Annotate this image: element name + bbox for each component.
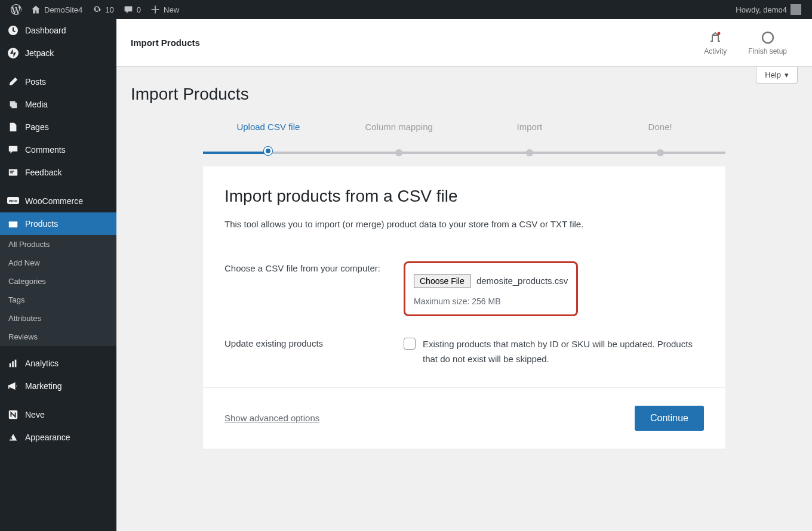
step-dot-icon xyxy=(526,149,533,156)
sidebar-item-label: Products xyxy=(25,219,58,229)
svg-rect-2 xyxy=(10,171,14,171)
submenu-attributes[interactable]: Attributes xyxy=(0,309,116,328)
user-greeting[interactable]: Howdy, demo4 xyxy=(731,0,806,19)
max-size-hint: Maximum size: 256 MB xyxy=(414,297,568,306)
greeting-text: Howdy, demo4 xyxy=(736,5,787,14)
dashboard-icon xyxy=(7,24,19,36)
card-title: Import products from a CSV file xyxy=(224,187,704,206)
svg-point-0 xyxy=(8,48,19,58)
activity-label: Activity xyxy=(704,47,727,55)
wordpress-icon xyxy=(11,4,21,15)
svg-point-12 xyxy=(718,32,721,35)
file-input-highlight: Choose File demosite_products.csv Maximu… xyxy=(404,261,578,316)
choose-file-button[interactable]: Choose File xyxy=(414,274,470,288)
new-content-link[interactable]: New xyxy=(146,0,184,19)
sidebar-item-label: WooCommerce xyxy=(25,196,83,206)
step-label: Upload CSV file xyxy=(203,122,334,146)
comments-icon xyxy=(124,5,133,14)
comments-link[interactable]: 0 xyxy=(119,0,146,19)
card-intro: This tool allows you to import (or merge… xyxy=(224,218,704,231)
sidebar-item-dashboard[interactable]: Dashboard xyxy=(0,19,116,42)
step-mapping: Column mapping xyxy=(334,122,465,146)
sidebar-item-woocommerce[interactable]: woo WooCommerce xyxy=(0,190,116,212)
admin-bar: DemoSite4 10 0 New Howdy, demo4 xyxy=(0,0,812,19)
caret-down-icon: ▾ xyxy=(785,70,789,79)
sidebar-item-marketing[interactable]: Marketing xyxy=(0,375,116,397)
step-dot-icon xyxy=(395,149,402,156)
sidebar-item-appearance[interactable]: Appearance xyxy=(0,426,116,449)
site-name: DemoSite4 xyxy=(44,5,82,14)
sidebar-item-label: Posts xyxy=(25,77,46,87)
step-dot-icon xyxy=(264,147,272,155)
step-label: Import xyxy=(465,122,595,146)
sidebar-item-label: Neve xyxy=(25,410,45,419)
analytics-icon xyxy=(7,357,19,369)
products-icon xyxy=(7,218,19,230)
sidebar-item-media[interactable]: Media xyxy=(0,93,116,116)
activity-icon xyxy=(708,30,722,45)
home-icon xyxy=(31,5,41,14)
svg-text:woo: woo xyxy=(8,199,17,203)
update-existing-label: Update existing products xyxy=(224,336,404,351)
step-label: Done! xyxy=(595,122,725,146)
svg-rect-7 xyxy=(9,221,17,223)
sidebar-item-label: Media xyxy=(25,100,48,109)
show-advanced-link[interactable]: Show advanced options xyxy=(224,413,319,423)
sidebar-item-label: Jetpack xyxy=(25,48,54,58)
svg-rect-3 xyxy=(10,172,13,173)
woocommerce-topbar: Import Products Activity Finish setup xyxy=(116,19,812,67)
step-import: Import xyxy=(465,122,595,146)
sidebar-item-label: Feedback xyxy=(25,168,61,177)
plus-icon xyxy=(150,5,160,14)
step-done: Done! xyxy=(595,122,725,146)
media-icon xyxy=(7,98,19,110)
finish-setup-button[interactable]: Finish setup xyxy=(737,30,798,55)
svg-rect-9 xyxy=(12,361,14,367)
pages-icon xyxy=(7,121,19,133)
avatar-icon xyxy=(791,4,801,15)
chosen-filename: demosite_products.csv xyxy=(476,276,568,286)
sidebar-item-label: Appearance xyxy=(25,433,70,442)
sidebar-item-comments[interactable]: Comments xyxy=(0,138,116,161)
sidebar-item-analytics[interactable]: Analytics xyxy=(0,352,116,375)
sidebar-item-posts[interactable]: Posts xyxy=(0,70,116,93)
sidebar-item-jetpack[interactable]: Jetpack xyxy=(0,42,116,64)
update-existing-description: Existing products that match by ID or SK… xyxy=(423,336,704,367)
sidebar-item-pages[interactable]: Pages xyxy=(0,116,116,138)
admin-sidebar: Dashboard Jetpack Posts Media Pages Comm… xyxy=(0,19,116,531)
woocommerce-icon: woo xyxy=(7,195,19,207)
update-existing-checkbox[interactable] xyxy=(404,338,416,350)
updates-link[interactable]: 10 xyxy=(87,0,118,19)
svg-rect-8 xyxy=(10,363,11,367)
submenu-tags[interactable]: Tags xyxy=(0,291,116,309)
updates-icon xyxy=(92,5,102,14)
submenu-all-products[interactable]: All Products xyxy=(0,235,116,254)
topbar-title: Import Products xyxy=(131,38,200,48)
step-dot-icon xyxy=(657,149,664,156)
continue-button[interactable]: Continue xyxy=(635,406,704,431)
sidebar-item-label: Comments xyxy=(25,145,66,155)
sidebar-item-neve[interactable]: Neve xyxy=(0,403,116,426)
choose-file-label: Choose a CSV file from your computer: xyxy=(224,261,404,276)
help-tab[interactable]: Help ▾ xyxy=(756,67,798,84)
sidebar-item-label: Dashboard xyxy=(25,26,66,35)
svg-point-13 xyxy=(762,32,773,43)
comments-count: 0 xyxy=(137,5,141,14)
submenu-add-new[interactable]: Add New xyxy=(0,254,116,272)
marketing-icon xyxy=(7,380,19,392)
submenu-reviews[interactable]: Reviews xyxy=(0,328,116,346)
wp-logo[interactable] xyxy=(6,0,26,19)
help-label: Help xyxy=(765,70,781,79)
site-home[interactable]: DemoSite4 xyxy=(26,0,87,19)
sidebar-item-feedback[interactable]: Feedback xyxy=(0,161,116,184)
activity-button[interactable]: Activity xyxy=(693,30,737,55)
products-submenu: All Products Add New Categories Tags Att… xyxy=(0,235,116,346)
submenu-categories[interactable]: Categories xyxy=(0,272,116,291)
content-area: Import Products Activity Finish setup He… xyxy=(116,19,812,531)
posts-icon xyxy=(7,76,19,88)
sidebar-item-products[interactable]: Products xyxy=(0,212,116,235)
new-label: New xyxy=(164,5,179,14)
divider xyxy=(203,387,725,388)
progress-stepper: Upload CSV file Column mapping Import Do… xyxy=(203,122,725,146)
svg-rect-10 xyxy=(15,360,17,368)
